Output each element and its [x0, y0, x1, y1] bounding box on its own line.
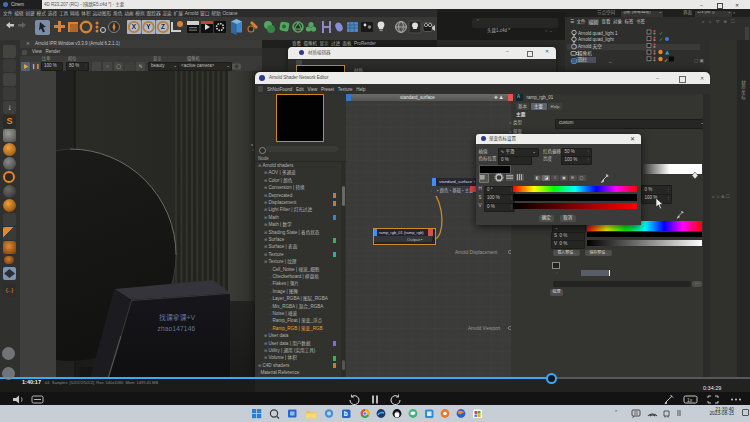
svg-text:Y: Y	[146, 23, 151, 30]
svg-text:b: b	[344, 410, 348, 417]
svg-text:✓: ✓	[659, 30, 663, 36]
svg-text:Arnold Displacement: Arnold Displacement	[455, 250, 498, 255]
svg-text:Z: Z	[161, 23, 165, 30]
svg-text:1x: 1x	[687, 396, 693, 402]
svg-text:zhao147146: zhao147146	[158, 325, 196, 332]
svg-text:Arnold Viewport: Arnold Viewport	[468, 325, 501, 330]
svg-text:X: X	[132, 23, 137, 30]
svg-text:✓: ✓	[664, 57, 668, 63]
svg-text:✓: ✓	[659, 36, 663, 42]
svg-text:找课拿课+V: 找课拿课+V	[159, 313, 196, 322]
